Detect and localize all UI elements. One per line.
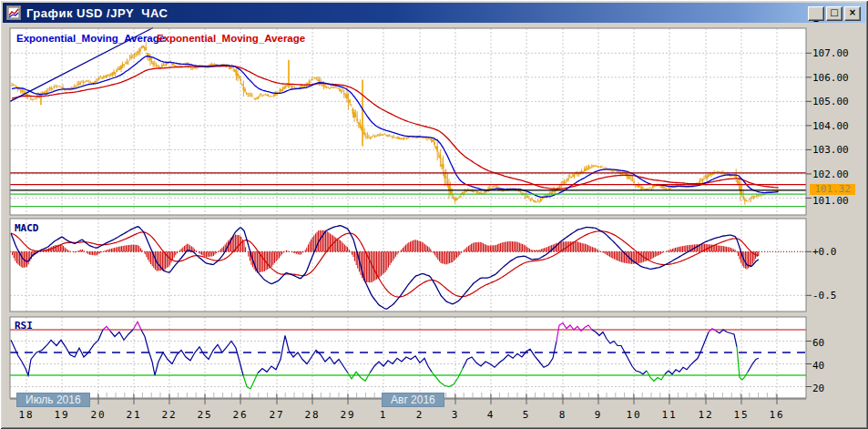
date-axis-label: 2 — [416, 409, 424, 421]
chart-window: График USD /JPY ЧАС _ □ × Exponential_Mo… — [0, 0, 868, 429]
window-title: График USD /JPY ЧАС — [26, 6, 168, 20]
date-axis-label: 22 — [161, 409, 177, 421]
macd-axis-label: +0.0 — [812, 246, 837, 258]
rsi-axis-label: 60 — [812, 337, 824, 349]
current-price-tag: 101.32 — [810, 184, 855, 195]
date-axis-label: 11 — [661, 409, 677, 421]
chart-app-icon — [6, 5, 21, 20]
title-bar[interactable]: График USD /JPY ЧАС _ □ × — [3, 3, 865, 23]
month-badge-august: Авг 2016 — [382, 393, 444, 407]
ema-legend-slow: Exponential_Moving_Average — [157, 33, 305, 44]
price-axis-label: 107.00 — [812, 47, 849, 59]
date-axis-label: 21 — [126, 409, 141, 421]
month-badge-july: Июль 2016 — [16, 393, 90, 407]
minimize-button[interactable]: _ — [808, 6, 824, 21]
price-axis-label: 105.00 — [812, 96, 849, 107]
price-axis-label: 104.00 — [812, 120, 849, 132]
ema-legend-fast: Exponential_Moving_Average — [16, 33, 165, 44]
rsi-axis-label: 40 — [812, 360, 824, 372]
date-axis-label: 1 — [380, 409, 388, 421]
date-axis-label: 27 — [269, 409, 284, 421]
macd-panel[interactable] — [10, 219, 806, 312]
date-axis-label: 9 — [595, 409, 603, 421]
macd-axis-label: -0.5 — [812, 290, 837, 301]
date-axis-label: 29 — [340, 409, 355, 421]
y-axis-ticks — [806, 53, 812, 386]
price-axis-label: 106.00 — [812, 72, 849, 84]
date-axis-label: 18 — [18, 409, 34, 421]
macd-panel-title: MACD — [15, 222, 39, 234]
date-axis-label: 19 — [54, 409, 69, 421]
date-axis-label: 20 — [90, 409, 106, 421]
close-button[interactable]: × — [844, 6, 861, 21]
rsi-axis-label: 20 — [812, 383, 824, 394]
date-axis-label: 26 — [232, 409, 248, 421]
date-axis-label: 8 — [559, 409, 567, 421]
price-axis-label: 102.00 — [812, 169, 849, 180]
date-axis-label: 12 — [698, 409, 713, 421]
date-axis-label: 4 — [487, 409, 495, 421]
maximize-button[interactable]: □ — [826, 6, 842, 21]
date-axis-label: 16 — [769, 409, 784, 421]
date-axis-label: 28 — [304, 409, 320, 421]
chart-canvas[interactable] — [0, 0, 868, 429]
date-axis-label: 5 — [523, 409, 531, 421]
price-axis-label: 101.00 — [812, 195, 849, 207]
date-axis-label: 3 — [452, 409, 460, 421]
rsi-panel-title: RSI — [15, 320, 33, 332]
date-axis-label: 15 — [733, 409, 749, 421]
price-axis-label: 103.00 — [812, 144, 849, 156]
date-axis-label: 25 — [197, 409, 212, 421]
date-axis-label: 10 — [626, 409, 641, 421]
